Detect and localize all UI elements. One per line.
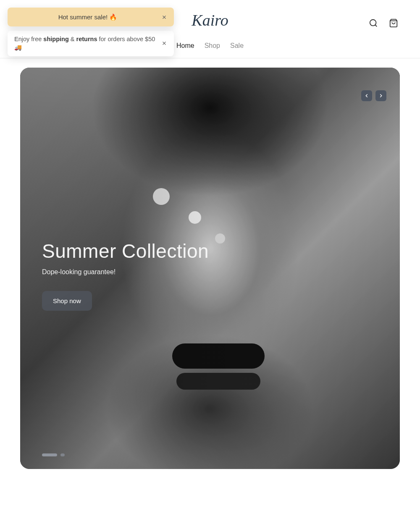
nav-sale[interactable]: Sale (230, 40, 244, 51)
cart-icon[interactable] (388, 18, 399, 29)
close-icon[interactable] (160, 13, 169, 22)
carousel-dots (42, 453, 65, 456)
hero-title: Summer Collection (42, 240, 209, 262)
hero-content: Summer Collection Dope-looking guarantee… (42, 240, 209, 311)
hero-subtitle: Dope-looking guarantee! (42, 268, 209, 276)
header-actions (368, 18, 399, 29)
close-icon[interactable] (160, 39, 169, 48)
nav-home[interactable]: Home (176, 40, 194, 51)
toast-sale-text: Hot summer sale! 🔥 (8, 13, 168, 21)
shop-now-button[interactable]: Shop now (42, 291, 92, 311)
carousel-nav (361, 90, 386, 101)
search-icon[interactable] (368, 18, 379, 29)
brand-logo[interactable]: Kairo (192, 11, 228, 29)
carousel-dot-2[interactable] (60, 453, 65, 456)
toast-container: Hot summer sale! 🔥 Enjoy free shipping &… (8, 8, 174, 56)
hero-carousel: Summer Collection Dope-looking guarantee… (20, 68, 400, 469)
toast-shipping: Enjoy free shipping & returns for orders… (8, 31, 174, 56)
carousel-dot-1[interactable] (42, 453, 57, 456)
nav-shop[interactable]: Shop (205, 40, 220, 51)
carousel-next-button[interactable] (375, 90, 386, 101)
svg-line-5 (375, 25, 377, 26)
toast-sale: Hot summer sale! 🔥 (8, 8, 174, 26)
svg-point-4 (370, 20, 376, 26)
toast-shipping-text: Enjoy free shipping & returns for orders… (14, 35, 160, 52)
carousel-prev-button[interactable] (361, 90, 372, 101)
hero-section: Summer Collection Dope-looking guarantee… (0, 58, 420, 486)
